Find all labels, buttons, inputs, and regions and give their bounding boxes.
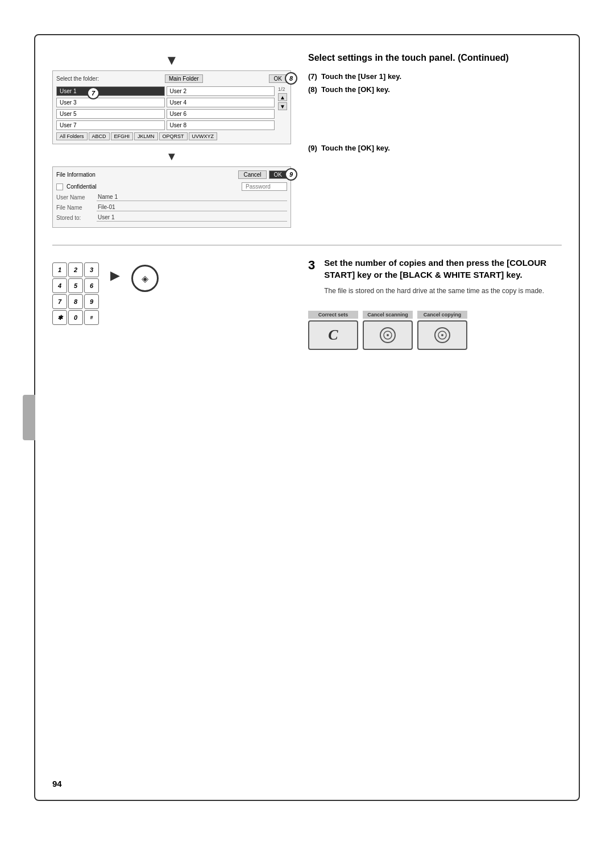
cancel-copying-label: Cancel copying [417,311,467,319]
step3-desc: The file is stored on the hard drive at … [324,286,559,296]
file-info-title: File Information [56,172,96,178]
step3-title: Set the number of copies and then press … [324,257,559,281]
scroll-up-btn[interactable]: ▲ [278,93,287,101]
key-1[interactable]: 1 [52,262,67,277]
folder-tabs: All Folders ABCD EFGHI JKLMN OPQRST UVWX… [56,132,287,140]
user-btn-8[interactable]: User 8 [167,120,275,130]
cancel-scanning-key: Cancel scanning [363,311,413,350]
tab-abcd[interactable]: ABCD [89,132,110,140]
cancel-scanning-label: Cancel scanning [363,311,413,319]
step3-container: 3 Set the number of copies and then pres… [308,257,562,304]
user-btn-3[interactable]: User 3 [56,98,165,107]
file-name-row: File Name File-01 [56,203,287,211]
folder-ui-title: Select the folder: [56,76,99,82]
bottom-left: 1 2 3 4 5 6 7 8 9 ✱ 0 # ▶ ◈ [52,257,291,350]
down-arrow-2: ▼ [52,150,291,163]
user-btn-4[interactable]: User 4 [167,98,275,107]
correct-sets-label: Correct sets [308,311,358,319]
key-2[interactable]: 2 [68,262,83,277]
key-4[interactable]: 4 [52,278,67,293]
key-8[interactable]: 8 [68,294,83,309]
key-star[interactable]: ✱ [52,310,67,325]
user-btn-6[interactable]: User 6 [167,109,275,119]
user-name-row: User Name Name 1 [56,193,287,201]
stored-to-value: User 1 [97,214,287,222]
file-info-ui: File Information Cancel OK 9 Confidentia… [52,166,291,228]
correct-sets-key: Correct sets C [308,311,358,350]
correct-sets-btn[interactable]: C [308,320,358,350]
tab-uvwxyz[interactable]: UVWXYZ [189,132,218,140]
folder-select-ui: Select the folder: Main Folder OK 8 User… [52,70,291,144]
key-hash[interactable]: # [84,310,99,325]
confidential-checkbox[interactable] [56,183,63,190]
tab-jklmn[interactable]: JKLMN [134,132,158,140]
arrow-right: ▶ [110,262,120,283]
step3-number: 3 [308,257,315,304]
right-panel: Select settings in the touch panel. (Con… [308,52,562,228]
top-section: ▼ Select the folder: Main Folder OK 8 Us… [52,52,562,228]
folder-title-bar: Select the folder: Main Folder OK [56,74,287,83]
diamond-icon: ◈ [142,273,148,284]
user-btn-7[interactable]: User 7 [56,120,165,130]
key-6[interactable]: 6 [84,278,99,293]
user-btn-5[interactable]: User 5 [56,109,165,119]
cancel-scanning-btn[interactable] [363,320,413,350]
step8-instruction: (8) Touch the [OK] key. [308,85,562,94]
main-content-border: ▼ Select the folder: Main Folder OK 8 Us… [34,34,580,801]
key-0[interactable]: 0 [68,310,83,325]
user-name-value: Name 1 [97,193,287,201]
file-name-label: File Name [56,205,93,211]
user-btn-1[interactable]: User 1 [56,86,165,96]
section-heading: Select settings in the touch panel. (Con… [308,52,562,64]
key-7[interactable]: 7 [52,294,67,309]
key-3[interactable]: 3 [84,262,99,277]
stop-copy-icon [433,326,451,344]
file-info-cancel-btn[interactable]: Cancel [238,170,266,179]
user-btn-2[interactable]: User 2 [167,86,275,96]
bottom-section: 1 2 3 4 5 6 7 8 9 ✱ 0 # ▶ ◈ [52,257,562,350]
step9-badge: 9 [285,168,297,181]
step7-instruction: (7) Touch the [User 1] key. [308,72,562,81]
step3-content: Set the number of copies and then press … [324,257,559,304]
section-divider [52,245,562,245]
password-input[interactable] [242,182,287,191]
page-indicator: 1/2 [278,86,287,92]
confidential-label: Confidential [67,183,97,190]
svg-point-2 [387,334,389,336]
key-9[interactable]: 9 [84,294,99,309]
cancel-copying-btn[interactable] [417,320,467,350]
file-info-title-bar: File Information Cancel OK [56,170,287,179]
left-panel: ▼ Select the folder: Main Folder OK 8 Us… [52,52,291,228]
file-name-value: File-01 [97,203,287,211]
control-keys: Correct sets C Cancel scanning [308,311,562,350]
step7-badge: 7 [87,87,99,99]
left-tab [23,395,35,440]
key-5[interactable]: 5 [68,278,83,293]
cancel-copying-key: Cancel copying [417,311,467,350]
keypad: 1 2 3 4 5 6 7 8 9 ✱ 0 # [52,262,99,325]
step9-instruction: (9) Touch the [OK] key. [308,144,562,152]
step7-bold: (7) Touch the [User 1] key. [308,72,401,81]
file-info-btn-group: Cancel OK [238,170,287,179]
start-button-container: ◈ [131,262,159,292]
tab-opqrst[interactable]: OPQRST [159,132,188,140]
stored-to-row: Stored to: User 1 [56,214,287,222]
step8-badge: 8 [285,72,297,85]
svg-point-5 [441,334,443,336]
tab-efghi[interactable]: EFGHI [111,132,134,140]
folder-main-label: Main Folder [165,74,203,83]
step8-bold: (8) Touch the [OK] key. [308,85,390,94]
tab-all-folders[interactable]: All Folders [56,132,88,140]
step9-bold: (9) Touch the [OK] key. [308,144,390,152]
page-container: ▼ Select the folder: Main Folder OK 8 Us… [0,0,614,868]
bottom-right: 3 Set the number of copies and then pres… [308,257,562,350]
start-button[interactable]: ◈ [131,265,159,292]
stored-to-label: Stored to: [56,215,93,221]
stop-scan-icon [379,326,397,344]
scroll-controls: 1/2 ▲ ▼ [278,86,287,110]
confidential-row: Confidential [56,182,287,191]
user-name-label: User Name [56,194,93,201]
down-arrow-1: ▼ [52,52,291,68]
scroll-down-btn[interactable]: ▼ [278,102,287,110]
page-number: 94 [52,779,62,788]
